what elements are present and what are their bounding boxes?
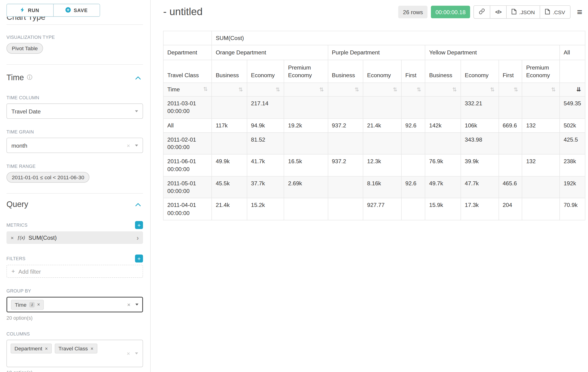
bolt-icon — [21, 7, 25, 13]
clear-icon[interactable]: × — [127, 302, 130, 308]
add-filter-label: Add filter — [18, 268, 41, 275]
collapse-time-section-button[interactable] — [133, 74, 143, 81]
pivot-value-cell — [212, 96, 247, 118]
sort-icon[interactable]: ⇅ — [319, 86, 324, 93]
pivot-value-cell — [284, 96, 328, 118]
chart-header: - untitled 26 rows 00:00:00.18 </ — [163, 5, 585, 19]
pivot-value-cell: 92.6 — [401, 176, 425, 198]
export-csv-button[interactable]: .CSV — [540, 6, 570, 18]
group-by-options-hint: 20 option(s) — [7, 315, 143, 321]
pivot-data-row: 2011-05-01 00:00:0045.5k37.7k2.69k8.16k9… — [163, 176, 585, 198]
chart-panel: - untitled 26 rows 00:00:00.18 </ — [151, 0, 588, 372]
pivot-data-row: 2011-04-01 00:00:0021.4k15.2k927.7715.9k… — [163, 198, 585, 220]
sort-icon[interactable]: ⇅ — [276, 86, 280, 93]
chart-type-heading: Chart Type — [7, 17, 45, 23]
copy-link-button[interactable] — [474, 6, 490, 18]
code-icon: </> — [495, 9, 501, 15]
control-panel: RUN SAVE Chart Type VISUALIZATION TYPE P… — [0, 0, 151, 372]
token-label: Time — [15, 302, 27, 308]
pivot-table-container: SUM(Cost)DepartmentOrange DepartmentPurp… — [163, 31, 585, 220]
pivot-value-cell — [522, 198, 560, 220]
remove-metric-icon[interactable]: × — [11, 235, 14, 240]
time-range-pill[interactable]: 2011-01-01 ≤ col < 2011-06-30 — [7, 172, 90, 183]
pivot-sort-cell: ⇅ — [425, 83, 461, 96]
pivot-value-cell — [499, 154, 522, 176]
pivot-value-cell: 142k — [425, 118, 461, 133]
pivot-value-cell — [284, 133, 328, 154]
query-timer-badge: 00:00:00.18 — [431, 6, 470, 18]
pivot-row-header: 2011-04-01 00:00:00 — [163, 198, 212, 220]
clear-icon[interactable]: × — [127, 142, 130, 148]
time-column-select[interactable]: Travel Date — [7, 104, 143, 118]
sort-icon[interactable]: ⇅ — [417, 86, 421, 93]
sort-desc-icon[interactable]: ⇊ — [576, 86, 581, 93]
run-button[interactable]: RUN — [7, 4, 53, 16]
divider — [7, 193, 143, 194]
pivot-value-cell: 238k — [560, 154, 585, 176]
pivot-class-header: Economy — [247, 60, 284, 83]
pivot-value-cell — [328, 96, 363, 118]
expand-metric-icon[interactable]: › — [136, 234, 139, 241]
sort-icon[interactable]: ⇅ — [452, 86, 457, 93]
group-by-select[interactable]: Time i × × — [7, 297, 143, 312]
caret-down-icon[interactable] — [136, 304, 138, 306]
pivot-class-header: First — [499, 60, 522, 83]
pivot-department-header: All — [560, 45, 585, 60]
time-grain-select[interactable]: month × — [7, 138, 143, 153]
save-button[interactable]: SAVE — [53, 4, 99, 16]
pivot-sort-cell: ⇅ — [401, 83, 425, 96]
sort-icon[interactable]: ⇅ — [514, 86, 518, 93]
row-count-badge: 26 rows — [398, 6, 427, 18]
caret-down-icon[interactable] — [135, 352, 138, 354]
pivot-class-header: Economy — [461, 60, 499, 83]
collapse-query-section-button[interactable] — [133, 201, 143, 208]
metric-token[interactable]: × ƒ(x) SUM(Cost) › — [7, 231, 143, 244]
visualization-type-label: VISUALIZATION TYPE — [7, 35, 143, 40]
pivot-class-header: Economy — [363, 60, 401, 83]
add-filter-plus-button[interactable]: + — [135, 255, 143, 263]
sort-icon[interactable]: ⇅ — [393, 86, 397, 93]
caret-down-icon — [135, 144, 138, 146]
remove-token-icon[interactable]: × — [91, 346, 94, 351]
token-label: Travel Class — [59, 345, 88, 351]
menu-button[interactable]: ≡ — [574, 7, 585, 17]
pivot-value-cell: 16.5k — [284, 154, 328, 176]
explore-page: RUN SAVE Chart Type VISUALIZATION TYPE P… — [0, 0, 588, 372]
group-by-label: GROUP BY — [7, 288, 143, 294]
info-icon: ⓘ — [27, 74, 32, 81]
sort-icon[interactable]: ⇅ — [551, 86, 556, 93]
columns-token[interactable]: Department × — [11, 344, 52, 354]
export-json-button[interactable]: .JSON — [506, 6, 540, 18]
sort-icon[interactable]: ⇅ — [239, 86, 243, 93]
pivot-sort-cell: ⇅ — [461, 83, 499, 96]
clear-icon[interactable]: × — [127, 351, 130, 356]
run-button-label: RUN — [28, 7, 39, 13]
remove-token-icon[interactable]: × — [45, 346, 48, 351]
pivot-data-row: All117k94.9k19.2k937.221.4k92.6142k106k6… — [163, 118, 585, 133]
sort-icon[interactable]: ⇅ — [203, 86, 208, 93]
pivot-class-header: Business — [425, 60, 461, 83]
pivot-value-cell: 49.9k — [212, 154, 247, 176]
pivot-value-cell: 39.9k — [461, 154, 499, 176]
pivot-value-cell: 117k — [212, 118, 247, 133]
pivot-value-cell — [284, 198, 328, 220]
group-by-token[interactable]: Time i × — [11, 300, 44, 310]
pivot-value-cell: 37.7k — [247, 176, 284, 198]
pivot-value-cell: 12.3k — [363, 154, 401, 176]
sort-icon[interactable]: ⇅ — [355, 86, 359, 93]
pivot-value-cell: 549.35 — [560, 96, 585, 118]
filters-label: FILTERS — [7, 256, 26, 261]
add-metric-button[interactable]: + — [135, 221, 143, 229]
viz-type-pill[interactable]: Pivot Table — [7, 43, 43, 54]
columns-token[interactable]: Travel Class × — [55, 344, 97, 354]
columns-select[interactable]: Department × Travel Class × × — [7, 340, 143, 367]
pivot-value-cell: 19.2k — [284, 118, 328, 133]
remove-token-icon[interactable]: × — [37, 302, 40, 307]
view-query-button[interactable]: </> — [490, 6, 506, 18]
chevron-up-icon[interactable] — [133, 17, 138, 18]
metrics-label: METRICS — [7, 222, 28, 228]
plus-circle-icon — [65, 7, 71, 13]
add-filter-button[interactable]: + Add filter — [7, 265, 143, 278]
pivot-value-cell: 332.21 — [461, 96, 499, 118]
sort-icon[interactable]: ⇅ — [490, 86, 494, 93]
